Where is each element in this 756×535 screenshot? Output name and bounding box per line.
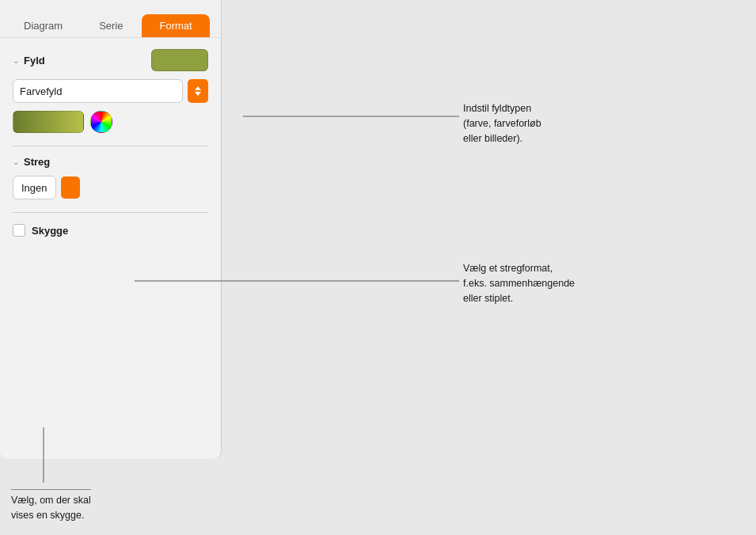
skygge-annotation: Vælg, om der skal vises en skygge.: [11, 489, 91, 523]
fyld-chevron-icon[interactable]: ⌄: [13, 56, 19, 65]
skygge-checkbox[interactable]: [13, 224, 25, 237]
fyld-header-left: ⌄ Fyld: [13, 55, 45, 66]
tab-serie[interactable]: Serie: [82, 14, 140, 37]
color-wheel-button[interactable]: [90, 111, 112, 133]
streg-dropdown-row: Ingen: [13, 176, 208, 199]
farvefyld-stepper[interactable]: [188, 79, 208, 103]
tab-bar: Diagram Serie Format: [0, 0, 221, 38]
fyld-header: ⌄ Fyld: [13, 49, 208, 71]
farvefyld-row: Farvefyld: [13, 79, 208, 103]
skygge-section: Skygge: [13, 224, 208, 237]
streg-section: ⌄ Streg Ingen: [13, 156, 208, 199]
divider-1: [13, 146, 208, 146]
format-panel: Diagram Serie Format ⌄ Fyld Farvefyld: [0, 0, 222, 459]
stregformat-annotation: Vælg et stregformat, f.eks. sammenhængen…: [463, 261, 575, 305]
gradient-swatch[interactable]: [13, 111, 84, 133]
stepper-down-icon: [195, 92, 201, 96]
fyldtype-annotation: Indstil fyldtypen (farve, farveforløb el…: [463, 101, 541, 146]
tab-diagram[interactable]: Diagram: [6, 14, 80, 37]
skygge-label: Skygge: [32, 225, 68, 237]
stepper-up-icon: [195, 86, 201, 90]
streg-header-left: ⌄ Streg: [13, 156, 50, 168]
streg-title: Streg: [24, 156, 50, 168]
fyld-title: Fyld: [24, 55, 45, 66]
skygge-row: Skygge: [13, 224, 208, 237]
ingen-label: Ingen: [13, 176, 56, 199]
fyld-section: ⌄ Fyld Farvefyld: [13, 49, 208, 133]
streg-header: ⌄ Streg: [13, 156, 208, 168]
color-picker-row: [13, 111, 208, 133]
panel-content: ⌄ Fyld Farvefyld: [0, 38, 221, 260]
tab-format[interactable]: Format: [142, 14, 209, 37]
farvefyld-dropdown[interactable]: Farvefyld: [13, 79, 183, 103]
streg-chevron-icon[interactable]: ⌄: [13, 157, 19, 166]
fyld-color-swatch[interactable]: [151, 49, 208, 71]
farvefyld-label: Farvefyld: [20, 85, 62, 97]
ingen-stepper[interactable]: [61, 176, 80, 199]
divider-2: [13, 212, 208, 213]
